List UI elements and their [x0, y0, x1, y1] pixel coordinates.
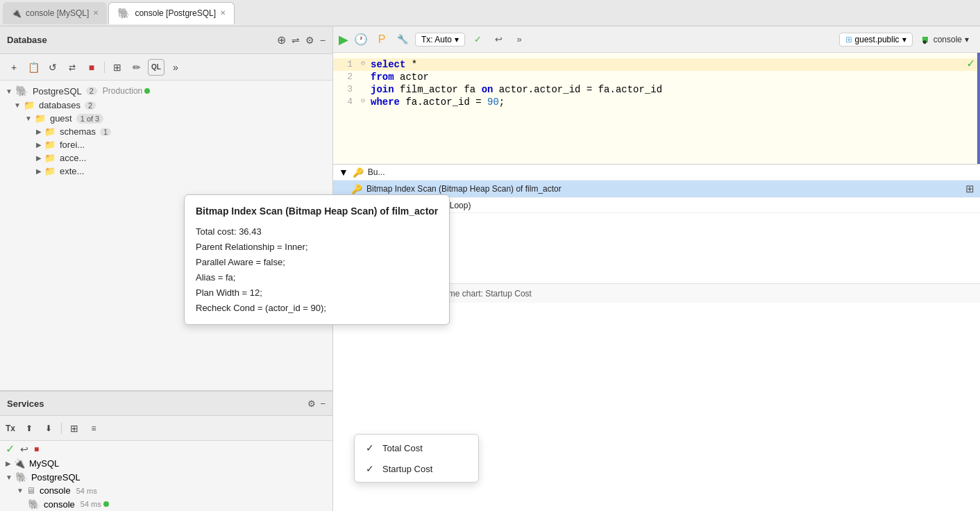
add-db-icon[interactable]: ⊕	[277, 33, 286, 47]
tree-foreign[interactable]: ▶ 📁 forei...	[0, 138, 332, 151]
edit-btn[interactable]: ✏	[128, 59, 145, 76]
services-toolbar: Tx ⬆ ⬇ ⊞ ≡	[0, 416, 332, 441]
tree-arrow-pg[interactable]: ▼	[6, 87, 12, 95]
services-tree: ✓ ↩ ■ ▶ 🔌 MySQL ▼ 🐘 PostgreSQL	[0, 441, 332, 511]
tree-arrow-external[interactable]: ▶	[36, 167, 42, 175]
minimize-icon[interactable]: −	[320, 35, 326, 46]
tree-access-label: acce...	[60, 153, 86, 163]
plan-row-1-grid[interactable]: ⊞	[965, 183, 974, 195]
plan-row-0-expand: ▼	[339, 167, 348, 178]
tab-mysql[interactable]: 🔌 console [MySQL] ✕	[3, 2, 107, 24]
grid-view-icon[interactable]: ⊞	[66, 420, 83, 437]
tab-postgresql[interactable]: 🐘 console [PostgreSQL] ✕	[108, 2, 235, 24]
menu-label-total: Total Cost	[382, 443, 423, 453]
history-icon[interactable]: 🕐	[353, 31, 369, 48]
db-header-icons: ⊕ ⇌ ⚙ −	[277, 33, 326, 47]
services-mysql-arrow[interactable]: ▶	[6, 460, 11, 467]
services-console1-arrow[interactable]: ▼	[17, 487, 24, 494]
tree-external-label: exte...	[60, 166, 84, 176]
plan-row-0-icon2: 🔑	[353, 167, 364, 178]
sync-btn[interactable]: ⇄	[64, 59, 81, 76]
access-icon: 📁	[44, 153, 56, 163]
tree-access[interactable]: ▶ 📁 acce...	[0, 151, 332, 165]
console-dropdown-label: console	[933, 35, 962, 44]
copy-btn[interactable]: 📋	[25, 59, 42, 76]
plan-row-2-text: Nested Loops (Nested Loop)	[364, 201, 974, 210]
tree-arrow-databases[interactable]: ▼	[14, 101, 21, 109]
tree-schemas[interactable]: ▶ 📁 schemas 1	[0, 125, 332, 138]
services-postgresql[interactable]: ▼ 🐘 PostgreSQL	[0, 470, 332, 484]
add-btn[interactable]: +	[6, 59, 22, 76]
editor-accent-bar	[977, 53, 980, 164]
pg-tab-label: console [PostgreSQL]	[135, 8, 216, 18]
editor-line-2: 2 from actor	[333, 71, 980, 83]
services-gear-icon[interactable]: ⚙	[307, 399, 316, 409]
profile-icon[interactable]: P	[373, 31, 390, 48]
services-minimize-icon[interactable]: −	[320, 399, 326, 409]
filter2-icon[interactable]: ≡	[85, 420, 102, 437]
schema-dropdown[interactable]: ⊞ guest.public ▾	[839, 33, 913, 47]
services-console2-label: console	[44, 499, 75, 510]
services-console1[interactable]: ▼ 🖥 console 54 ms	[0, 484, 332, 497]
menu-check-startup: ✓	[366, 463, 377, 474]
tx-dropdown[interactable]: Tx: Auto ▾	[415, 33, 465, 47]
console-dropdown[interactable]: ● console ▾	[917, 33, 974, 46]
settings-icon[interactable]: ⚙	[305, 35, 314, 46]
check2-icon[interactable]: ✓	[469, 31, 486, 48]
pg-svc-icon: 🐘	[15, 471, 27, 483]
external-icon: 📁	[44, 166, 56, 176]
console-chevron-icon: ▾	[965, 35, 969, 44]
line-arrow-4: ⊖	[361, 97, 371, 105]
plan-row-1-text: Bitmap Index Scan (Bitmap Heap Scan) of …	[366, 184, 961, 194]
flame-startup-label[interactable]: Flame chart: Startup Cost	[437, 289, 532, 299]
pg-status-dot	[144, 88, 150, 94]
tree-arrow-access[interactable]: ▶	[36, 154, 42, 162]
services-mysql[interactable]: ▶ 🔌 MySQL	[0, 457, 332, 470]
guest-icon: 📁	[35, 113, 46, 124]
tree-guest[interactable]: ▼ 📁 guest 1 of 3	[0, 112, 332, 125]
mysql-tab-label: console [MySQL]	[26, 8, 89, 18]
undo2-icon[interactable]: ↩	[490, 31, 507, 48]
stop-btn[interactable]: ■	[83, 59, 100, 76]
grid-btn[interactable]: ⊞	[109, 59, 126, 76]
mysql-tab-close[interactable]: ✕	[93, 9, 99, 17]
sql-btn[interactable]: QL	[148, 59, 164, 76]
services-pg-arrow[interactable]: ▼	[6, 474, 12, 481]
pg-tab-close[interactable]: ✕	[220, 9, 226, 17]
align-down-icon[interactable]: ⬇	[40, 420, 57, 437]
pg-tab-icon: 🐘	[117, 7, 130, 19]
tooltip-line-5: Recheck Cond = (actor_id = 90);	[196, 301, 438, 316]
tree-external[interactable]: ▶ 📁 exte...	[0, 165, 332, 178]
more2-icon[interactable]: »	[511, 31, 527, 48]
line-num-1: 1	[333, 59, 361, 69]
line-num-4: 4	[333, 97, 361, 107]
tree-postgresql-root[interactable]: ▼ 🐘 PostgreSQL 2 Production	[0, 83, 332, 99]
services-console2[interactable]: 🐘 console 54 ms	[0, 497, 332, 511]
more-btn[interactable]: »	[167, 59, 184, 76]
wrench-icon[interactable]: 🔧	[394, 31, 411, 48]
tree-arrow-schemas[interactable]: ▶	[36, 128, 42, 135]
stop2-icon[interactable]: ■	[34, 444, 39, 454]
db-toolbar: + 📋 ↺ ⇄ ■ ⊞ ✏ QL »	[0, 54, 332, 81]
tree-arrow-guest[interactable]: ▼	[25, 115, 32, 122]
tree-foreign-label: forei...	[60, 140, 85, 150]
sql-editor[interactable]: 1 ⊖ select * 2 from actor 3 join film_ac…	[333, 53, 980, 164]
tree-databases[interactable]: ▼ 📁 databases 2	[0, 99, 332, 112]
refresh-btn[interactable]: ↺	[44, 59, 61, 76]
tree-arrow-foreign[interactable]: ▶	[36, 141, 42, 149]
database-title: Database	[7, 35, 47, 45]
tooltip-title: Bitmap Index Scan (Bitmap Heap Scan) of …	[196, 203, 438, 220]
console1-icon: 🖥	[26, 485, 35, 496]
sep2	[61, 423, 62, 434]
tree-guest-label: guest	[50, 113, 72, 124]
run-button[interactable]: ▶	[339, 32, 348, 47]
menu-item-total-cost[interactable]: ✓ Total Cost	[355, 437, 478, 458]
plan-row-0[interactable]: ▼ 🔑 Bu...	[333, 165, 980, 181]
check-icon[interactable]: ✓	[6, 442, 15, 455]
filter-icon[interactable]: ⇌	[292, 35, 300, 46]
line-num-3: 3	[333, 84, 361, 94]
undo-icon[interactable]: ↩	[20, 444, 28, 455]
align-up-icon[interactable]: ⬆	[21, 420, 37, 437]
services-header: Services ⚙ −	[0, 391, 332, 416]
menu-item-startup-cost[interactable]: ✓ Startup Cost	[355, 458, 478, 479]
